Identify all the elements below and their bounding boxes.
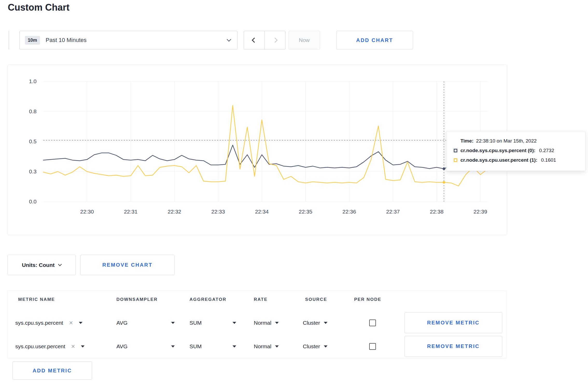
remove-metric-button[interactable]: REMOVE METRIC — [404, 336, 502, 357]
tooltip-time: Time:22:38:10 on Mar 15th, 2022 — [460, 138, 578, 144]
metric-name: sys.cpu.user.percent — [15, 343, 65, 350]
downsampler-value: AVG — [116, 343, 128, 350]
chevron-left-icon — [252, 38, 257, 43]
tooltip-time-label: Time: — [460, 138, 473, 144]
chevron-down-icon — [227, 37, 231, 42]
svg-text:22:33: 22:33 — [211, 209, 225, 215]
rate-select[interactable]: Normal — [254, 336, 279, 357]
per-node-checkbox[interactable] — [369, 343, 376, 350]
per-node-checkbox[interactable] — [369, 320, 376, 326]
metric-name-select[interactable]: sys.cpu.sys.percent ✕ — [15, 312, 82, 333]
dropdown-arrow-icon — [79, 322, 82, 324]
series-user-swatch-icon — [454, 158, 457, 162]
downsampler-select[interactable]: AVG — [116, 312, 175, 333]
svg-text:0.3: 0.3 — [29, 168, 37, 174]
svg-text:22:32: 22:32 — [167, 209, 181, 215]
remove-chart-button[interactable]: REMOVE CHART — [80, 255, 174, 275]
metric-row: sys.cpu.sys.percent ✕ AVG SUM Normal Clu… — [8, 312, 506, 333]
svg-text:22:36: 22:36 — [342, 209, 356, 215]
aggregator-select[interactable]: SUM — [190, 312, 236, 333]
chevron-right-icon — [272, 38, 278, 43]
add-chart-button[interactable]: ADD CHART — [336, 31, 413, 49]
source-select[interactable]: Cluster — [303, 312, 327, 333]
time-range-dropdown[interactable]: 10m Past 10 Minutes — [19, 31, 237, 49]
svg-text:22:31: 22:31 — [124, 209, 138, 215]
svg-text:0.5: 0.5 — [29, 138, 37, 144]
source-value: Cluster — [303, 343, 320, 350]
dropdown-arrow-icon — [233, 322, 236, 324]
tooltip-series-label: cr.node.sys.cpu.sys.percent (0): — [460, 148, 535, 153]
column-header-aggregator: AGGREGATOR — [190, 297, 226, 302]
tooltip-row: cr.node.sys.cpu.sys.percent (0): 0.2732 — [454, 148, 578, 153]
source-value: Cluster — [303, 320, 320, 326]
svg-text:22:39: 22:39 — [474, 209, 487, 215]
page-title: Custom Chart — [8, 2, 69, 13]
time-pager — [244, 31, 285, 49]
column-header-per-node: PER NODE — [354, 297, 381, 302]
rate-select[interactable]: Normal — [254, 312, 279, 333]
svg-text:22:37: 22:37 — [386, 209, 400, 215]
dropdown-arrow-icon — [171, 322, 175, 324]
time-range-badge: 10m — [25, 36, 40, 45]
tooltip-row: cr.node.sys.cpu.user.percent (1): 0.1601 — [454, 157, 578, 163]
metrics-table: METRIC NAME DOWNSAMPLER AGGREGATOR RATE … — [8, 290, 506, 358]
units-dropdown[interactable]: Units: Count — [8, 255, 76, 275]
svg-text:22:35: 22:35 — [299, 209, 312, 215]
tooltip-series-value: 0.2732 — [539, 148, 554, 153]
next-range-button[interactable] — [264, 31, 285, 49]
svg-text:22:30: 22:30 — [80, 209, 94, 215]
prev-range-button[interactable] — [244, 31, 264, 49]
units-label: Units: Count — [22, 262, 55, 268]
dropdown-arrow-icon — [233, 345, 236, 347]
chevron-down-icon — [58, 263, 62, 266]
tooltip-time-value: 22:38:10 on Mar 15th, 2022 — [476, 138, 536, 144]
dropdown-arrow-icon — [275, 345, 279, 347]
chart-tooltip: Time:22:38:10 on Mar 15th, 2022 cr.node.… — [446, 131, 585, 171]
clear-icon[interactable]: ✕ — [71, 343, 75, 350]
add-metric-button[interactable]: ADD METRIC — [12, 361, 92, 380]
dropdown-arrow-icon — [81, 345, 85, 347]
rate-value: Normal — [254, 320, 271, 326]
time-range-label: Past 10 Minutes — [46, 37, 227, 44]
source-select[interactable]: Cluster — [303, 336, 327, 357]
rate-value: Normal — [254, 343, 271, 350]
tooltip-series-value: 0.1601 — [541, 157, 556, 163]
column-header-rate: RATE — [254, 297, 268, 302]
clear-icon[interactable]: ✕ — [69, 320, 73, 326]
now-button[interactable]: Now — [289, 31, 320, 49]
downsampler-value: AVG — [116, 320, 128, 326]
dropdown-arrow-icon — [324, 345, 327, 347]
metric-name: sys.cpu.sys.percent — [15, 320, 63, 326]
metric-row: sys.cpu.user.percent ✕ AVG SUM Normal Cl… — [8, 336, 506, 357]
svg-text:0.0: 0.0 — [29, 198, 37, 204]
dropdown-arrow-icon — [275, 322, 279, 324]
svg-text:22:34: 22:34 — [255, 209, 269, 215]
series-sys-swatch-icon — [454, 149, 457, 152]
metric-name-select[interactable]: sys.cpu.user.percent ✕ — [15, 336, 85, 357]
aggregator-value: SUM — [190, 320, 202, 326]
column-header-metric-name: METRIC NAME — [18, 297, 55, 302]
chart-panel: 0.00.30.50.81.022:3022:3122:3222:3322:34… — [8, 65, 507, 235]
remove-metric-button[interactable]: REMOVE METRIC — [404, 312, 502, 333]
downsampler-select[interactable]: AVG — [116, 336, 175, 357]
column-header-downsampler: DOWNSAMPLER — [116, 297, 158, 302]
svg-text:0.8: 0.8 — [29, 108, 37, 114]
aggregator-value: SUM — [190, 343, 202, 350]
aggregator-select[interactable]: SUM — [190, 336, 236, 357]
svg-text:1.0: 1.0 — [29, 78, 37, 84]
svg-text:22:38: 22:38 — [430, 209, 444, 215]
column-header-source: SOURCE — [305, 297, 327, 302]
line-chart[interactable]: 0.00.30.50.81.022:3022:3122:3222:3322:34… — [8, 65, 507, 235]
dropdown-arrow-icon — [171, 345, 175, 347]
toolbar-divider — [9, 31, 9, 49]
tooltip-series-label: cr.node.sys.cpu.user.percent (1): — [460, 157, 537, 163]
dropdown-arrow-icon — [324, 322, 327, 324]
